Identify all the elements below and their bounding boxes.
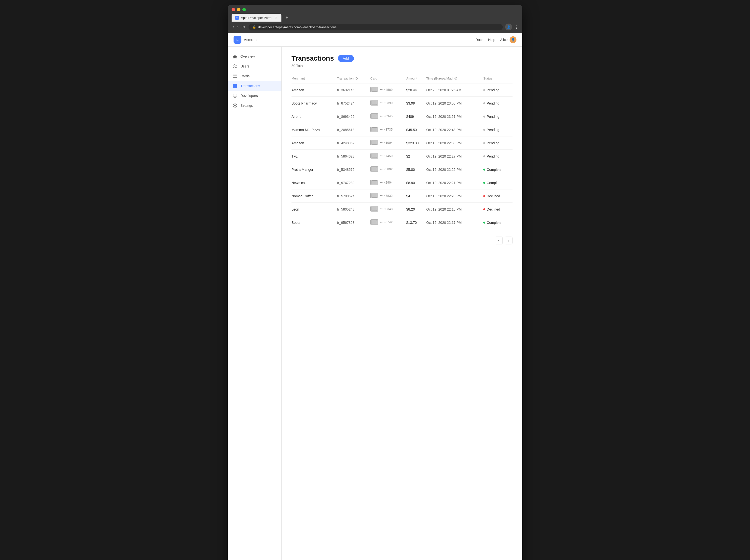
sidebar-item-settings[interactable]: Settings [228,101,281,110]
forward-button[interactable]: › [236,24,239,30]
user-badge[interactable]: Alice 👤 [500,36,516,43]
cell-amount: $2 [406,150,426,163]
cell-merchant: News co. [292,176,337,189]
cell-amount: $8.20 [406,203,426,216]
cell-merchant: Amazon [292,83,337,97]
fullscreen-traffic-light[interactable] [242,8,246,11]
table-row[interactable]: Pret a Manger tr_5348575 •••• 5892 $5.80… [292,163,513,176]
address-bar[interactable]: 🔒 developer.aptopayments.com/#/dashboard… [249,24,503,30]
cell-amount: $3.99 [406,97,426,110]
col-time: Time (Europe/Madrid) [426,75,483,83]
settings-icon [233,103,237,108]
card-chip-icon [370,127,378,132]
table-body: Amazon tr_3632146 •••• 4589 $20.44 Oct 2… [292,83,513,229]
card-chip-icon [370,166,378,172]
svg-rect-5 [233,94,237,97]
main-layout: Overview Users [228,47,522,560]
table-row[interactable]: News co. tr_9747232 •••• 2904 $8.90 Oct … [292,176,513,189]
status-dot [483,195,485,197]
status-text: Pending [487,115,499,119]
status-text: Pending [487,154,499,158]
next-page-button[interactable]: › [505,236,513,244]
cell-status: Complete [483,176,513,189]
cell-merchant: Amazon [292,137,337,150]
back-button[interactable]: ‹ [232,24,235,30]
prev-page-button[interactable]: ‹ [495,236,503,244]
table-header: Merchant Transaction ID Card Amount Time… [292,75,513,83]
sidebar-item-developers[interactable]: Developers [228,91,281,101]
header-left: L Acme › [234,36,257,44]
card-dots: •••• 0348 [380,207,393,211]
browser-chrome: A Apto Developer Portal ✕ + [228,5,522,22]
sidebar-label-settings: Settings [240,104,253,107]
cell-time: Oct 19, 2020 22:27 PM [426,150,483,163]
cell-merchant: Boots Pharmacy [292,97,337,110]
cell-card: •••• 1904 [370,137,406,150]
table-row[interactable]: Leon tr_5805243 •••• 0348 $8.20 Oct 19, … [292,203,513,216]
logo-badge: L [234,36,241,44]
card-chip-icon [370,206,378,211]
card-chip-icon [370,100,378,105]
cell-merchant: Pret a Manger [292,163,337,176]
close-traffic-light[interactable] [232,8,235,11]
status-dot [483,89,485,91]
url-text: developer.aptopayments.com/#/dashboard/t… [258,25,336,29]
cell-card: •••• 0945 [370,110,406,123]
browser-menu-button[interactable]: ⋮ [514,25,518,29]
browser-profile-icon[interactable]: 👤 [505,24,512,30]
cell-amount: $4 [406,189,426,203]
cell-time: Oct 19, 2020 22:21 PM [426,176,483,189]
cell-merchant: Leon [292,203,337,216]
table-row[interactable]: Boots Pharmacy tr_8752424 •••• 2390 $3.9… [292,97,513,110]
status-text: Pending [487,88,499,92]
org-name[interactable]: Acme [244,38,253,42]
add-button[interactable]: Add [338,55,354,62]
status-text: Complete [487,221,501,225]
card-dots: •••• 1904 [380,141,393,145]
table-row[interactable]: Amazon tr_3632146 •••• 4589 $20.44 Oct 2… [292,83,513,97]
cell-merchant: Airbnb [292,110,337,123]
minimize-traffic-light[interactable] [237,8,240,11]
developers-icon [233,93,237,98]
sidebar-item-cards[interactable]: Cards [228,71,281,81]
browser-tab[interactable]: A Apto Developer Portal ✕ [232,14,281,22]
sidebar-item-users[interactable]: Users [228,61,281,71]
status-text: Declined [487,194,500,198]
cell-amount: $20.44 [406,83,426,97]
cell-time: Oct 19, 2020 23:51 PM [426,110,483,123]
sidebar-item-overview[interactable]: Overview [228,51,281,61]
cell-transaction-id: tr_9567823 [337,216,370,229]
cell-time: Oct 19, 2020 22:17 PM [426,216,483,229]
docs-link[interactable]: Docs [475,38,483,42]
table-row[interactable]: Mamma Mia Pizza tr_2085613 •••• 3735 $45… [292,123,513,137]
cell-time: Oct 19, 2020 23:55 PM [426,97,483,110]
status-dot [483,222,485,224]
card-dots: •••• 2390 [380,101,393,105]
table-row[interactable]: TFL tr_5864023 •••• 7450 $2 Oct 19, 2020… [292,150,513,163]
table-row[interactable]: Amazon tr_4248952 •••• 1904 $323.30 Oct … [292,137,513,150]
svg-rect-2 [233,75,237,78]
status-text: Complete [487,168,501,171]
tab-close-button[interactable]: ✕ [274,16,278,20]
status-dot [483,116,485,118]
header-right: Docs Help Alice 👤 [475,36,516,43]
status-dot [483,102,485,104]
status-dot [483,142,485,144]
card-chip-icon [370,180,378,185]
refresh-button[interactable]: ↻ [241,24,246,30]
new-tab-button[interactable]: + [283,14,290,21]
table-row[interactable]: Boots tr_9567823 •••• 6742 $13.70 Oct 19… [292,216,513,229]
sidebar-item-transactions[interactable]: Transactions [228,81,281,91]
sidebar-label-developers: Developers [240,94,258,98]
cell-card: •••• 7450 [370,150,406,163]
cell-card: •••• 2390 [370,97,406,110]
table-row[interactable]: Nomad Coffee tr_5700524 •••• 7832 $4 Oct… [292,189,513,203]
card-dots: •••• 5892 [380,167,393,171]
table-row[interactable]: Airbnb tr_8693425 •••• 0945 $489 Oct 19,… [292,110,513,123]
card-dots: •••• 7450 [380,154,393,158]
users-icon [233,64,237,69]
cell-time: Oct 19, 2020 22:20 PM [426,189,483,203]
card-chip-icon [370,113,378,119]
traffic-lights [232,8,518,11]
help-link[interactable]: Help [488,38,495,42]
